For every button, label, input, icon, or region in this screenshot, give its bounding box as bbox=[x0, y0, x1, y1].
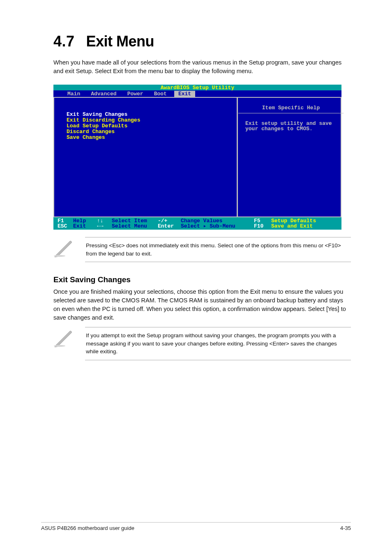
intro-paragraph: When you have made all of your selection… bbox=[53, 58, 351, 76]
footer-left: ASUS P4B266 motherboard user guide bbox=[41, 525, 134, 531]
sub-heading-exit-saving: Exit Saving Changes bbox=[53, 275, 351, 284]
bios-key-f10: F10 bbox=[254, 223, 271, 229]
bios-screenshot: AwardBIOS Setup Utility Main Advanced Po… bbox=[53, 85, 341, 230]
pen-icon bbox=[53, 327, 76, 360]
bios-item-save-changes[interactable]: Save Changes bbox=[67, 135, 237, 140]
bios-footer: F1 Help ↑↓ Select Item -/+ Change Values… bbox=[53, 217, 341, 230]
bios-item-load-defaults[interactable]: Load Setup Defaults bbox=[67, 123, 237, 129]
bios-tabs: Main Advanced Power Boot Exit bbox=[53, 90, 341, 97]
bios-help-body: Exit setup utility and save your changes… bbox=[245, 121, 337, 131]
bios-title: AwardBIOS Setup Utility bbox=[53, 85, 341, 90]
section-title: Exit Menu bbox=[86, 33, 154, 50]
bios-key-esc: ESC bbox=[58, 223, 73, 229]
footer-page-number: 4-35 bbox=[340, 525, 351, 531]
bios-tab-boot[interactable]: Boot bbox=[151, 91, 174, 97]
note-text-1: Pressing <Esc> does not immediately exit… bbox=[85, 237, 351, 262]
bios-tab-main[interactable]: Main bbox=[64, 91, 88, 97]
svg-point-1 bbox=[54, 345, 65, 347]
bios-help-title: Item Specific Help bbox=[245, 105, 337, 111]
bios-help-panel: Item Specific Help Exit setup utility an… bbox=[237, 97, 341, 217]
bios-tab-power[interactable]: Power bbox=[124, 91, 151, 97]
bios-item-exit-discarding[interactable]: Exit Discarding Changes bbox=[67, 117, 237, 123]
bios-key-leftright: ←→ bbox=[97, 223, 112, 229]
bios-item-discard-changes[interactable]: Discard Changes bbox=[67, 129, 237, 135]
bios-tab-exit[interactable]: Exit bbox=[174, 91, 195, 97]
pen-icon bbox=[53, 237, 76, 262]
svg-point-0 bbox=[54, 255, 65, 257]
note-text-2: If you attempt to exit the Setup program… bbox=[85, 327, 351, 360]
section-number: 4.7 bbox=[53, 33, 75, 50]
note-block-1: Pressing <Esc> does not immediately exit… bbox=[53, 237, 351, 262]
bios-key-enter: Enter bbox=[158, 223, 181, 229]
bios-label-select-menu: Select Menu bbox=[112, 223, 158, 229]
bios-label-exit: Exit bbox=[73, 223, 97, 229]
page-footer: ASUS P4B266 motherboard user guide 4-35 bbox=[41, 522, 351, 531]
note-block-2: If you attempt to exit the Setup program… bbox=[53, 327, 351, 360]
bios-label-select-submenu: Select ▸ Sub-Menu bbox=[181, 223, 254, 229]
bios-item-exit-saving[interactable]: Exit Saving Changes bbox=[67, 112, 237, 117]
paragraph-exit-saving: Once you are finished making your select… bbox=[53, 288, 351, 322]
section-heading: 4.7Exit Menu bbox=[53, 33, 351, 50]
bios-label-save-exit: Save and Exit bbox=[271, 223, 337, 229]
bios-main-panel: Exit Saving Changes Exit Discarding Chan… bbox=[53, 97, 237, 217]
bios-tab-advanced[interactable]: Advanced bbox=[88, 91, 124, 97]
